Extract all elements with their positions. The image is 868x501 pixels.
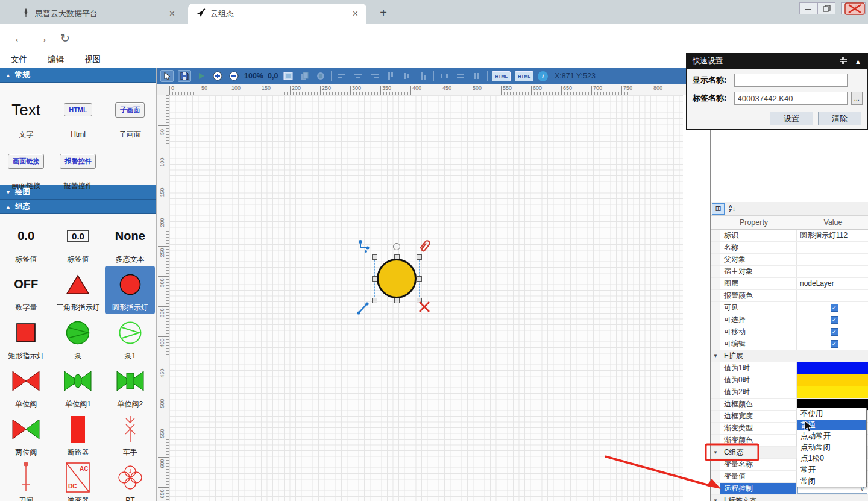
property-value[interactable] (797, 266, 868, 277)
property-row-6[interactable]: 可见✓ (711, 302, 868, 314)
dropdown-option-4[interactable]: 点1松0 (797, 453, 866, 464)
distribute-h-icon[interactable] (438, 70, 450, 82)
selected-circle-lamp-component[interactable] (377, 259, 417, 298)
dropdown-option-3[interactable]: 点动常闭 (797, 442, 866, 453)
checkbox-checked-icon[interactable]: ✓ (831, 328, 838, 336)
property-value[interactable] (797, 290, 868, 301)
general-item-1[interactable]: HTMLHtml (53, 90, 102, 141)
categorize-icon[interactable]: ⊞ (712, 203, 725, 215)
link-line-icon[interactable] (357, 301, 370, 315)
property-row-13[interactable]: 值为2时 (711, 386, 868, 399)
align-left-icon[interactable] (336, 70, 348, 82)
same-size-icon[interactable] (454, 70, 467, 82)
menu-item-2[interactable]: 视图 (84, 54, 101, 65)
section-header-general[interactable]: ▲ 常规 (0, 68, 156, 83)
window-close-button[interactable] (841, 2, 866, 14)
sort-az-icon[interactable]: AZ↓ (726, 203, 738, 215)
scada-item-10[interactable]: 单位阀1 (53, 362, 102, 411)
property-row-11[interactable]: 值为1时 (711, 362, 868, 374)
scada-item-6[interactable]: 矩形指示灯 (1, 314, 51, 362)
scada-item-8[interactable]: 泵1 (105, 314, 155, 362)
group-collapse-icon[interactable]: ▼ (711, 350, 720, 362)
info-icon[interactable]: i (538, 71, 548, 81)
group-collapse-icon[interactable]: ▼ (711, 495, 720, 501)
property-row-5[interactable]: 报警颜色 (711, 290, 868, 302)
general-item-4[interactable]: 报警控件报警控件 (53, 141, 102, 192)
distribute-v-icon[interactable] (471, 70, 483, 82)
property-row-0[interactable]: 标识圆形指示灯112 (711, 230, 868, 242)
scada-item-0[interactable]: 0.0标签值 (1, 218, 51, 266)
property-value[interactable] (797, 254, 868, 265)
tab-scada-editor[interactable]: 云组态 × (188, 4, 366, 24)
property-value[interactable]: ✓ (797, 302, 868, 314)
new-tab-button[interactable]: + (375, 5, 392, 22)
scada-item-13[interactable]: 断路器 (53, 411, 102, 459)
resize-handle-bc[interactable] (394, 298, 400, 303)
scada-item-3[interactable]: OFF数字量 (1, 266, 51, 314)
window-restore-button[interactable] (817, 2, 835, 14)
scada-item-11[interactable]: 单位阀2 (105, 362, 155, 411)
align-center-icon[interactable] (352, 70, 364, 82)
general-item-3[interactable]: 画面链接画面链接 (1, 141, 51, 192)
attach-paperclip-icon[interactable] (417, 238, 433, 254)
color-swatch[interactable] (797, 386, 868, 398)
property-row-8[interactable]: 可移动✓ (711, 326, 868, 338)
resize-handle-tr[interactable] (417, 254, 422, 260)
scada-item-14[interactable]: 车手 (105, 411, 155, 459)
clear-button[interactable]: 清除 (818, 112, 861, 125)
save-icon[interactable] (178, 70, 191, 82)
property-value[interactable]: 圆形指示灯112 (797, 230, 868, 241)
checkbox-checked-icon[interactable]: ✓ (831, 304, 838, 312)
property-row-9[interactable]: 可编辑✓ (711, 338, 868, 350)
property-value[interactable]: ✓ (797, 338, 868, 350)
align-top-icon[interactable] (385, 70, 397, 82)
property-value[interactable] (797, 374, 868, 386)
forward-icon[interactable]: → (36, 31, 48, 45)
connect-node-icon[interactable] (358, 239, 373, 253)
dropdown-option-0[interactable]: 不使用 (797, 408, 866, 420)
resize-handle-mr[interactable] (417, 276, 422, 282)
scada-item-12[interactable]: 两位阀 (1, 411, 51, 459)
tab1-close-icon[interactable]: × (167, 9, 177, 19)
group-collapse-icon[interactable]: ▼ (711, 447, 720, 458)
align-right-icon[interactable] (368, 70, 380, 82)
tab2-close-icon[interactable]: × (350, 9, 360, 19)
scada-item-1[interactable]: 0.0标签值 (53, 218, 102, 266)
resize-handle-tl[interactable] (372, 254, 377, 260)
property-row-22[interactable]: ▼L标签文本 (711, 495, 868, 501)
property-row-7[interactable]: 可选择✓ (711, 314, 868, 326)
paste-icon[interactable] (315, 70, 327, 82)
color-swatch[interactable] (797, 362, 868, 374)
menu-item-1[interactable]: 编辑 (48, 54, 64, 65)
copy-icon[interactable] (298, 70, 310, 82)
scada-item-2[interactable]: None多态文本 (105, 218, 155, 266)
resize-handle-bl[interactable] (372, 298, 377, 303)
section-header-scada[interactable]: ▲ 组态 (0, 200, 156, 214)
run-preview-icon[interactable] (195, 70, 207, 82)
property-row-3[interactable]: 宿主对象 (711, 266, 868, 278)
dropdown-option-6[interactable]: 常闭 (797, 476, 866, 487)
scada-item-17[interactable]: PT (105, 459, 155, 501)
quick-settings-header[interactable]: 快速设置 ▲ (687, 54, 867, 69)
general-item-0[interactable]: Text文字 (1, 90, 51, 141)
scada-item-5[interactable]: 圆形指示灯 (105, 266, 155, 314)
menu-item-0[interactable]: 文件 (11, 54, 27, 65)
rotate-handle[interactable] (393, 243, 400, 250)
property-value[interactable]: ✓ (797, 326, 868, 338)
property-row-12[interactable]: 值为0时 (711, 374, 868, 386)
delete-x-icon[interactable] (418, 300, 431, 314)
property-value[interactable] (797, 386, 868, 398)
align-bottom-icon[interactable] (417, 70, 429, 82)
tab-platform[interactable]: 思普云大数据平台 × (14, 4, 183, 24)
scada-item-16[interactable]: ACDC逆变器 (53, 459, 102, 501)
property-value[interactable] (797, 242, 868, 253)
color-swatch[interactable] (797, 374, 868, 386)
select-tool-icon[interactable] (160, 70, 174, 82)
tag-name-input[interactable] (734, 92, 848, 105)
reload-icon[interactable]: ↻ (60, 31, 70, 45)
canvas-settings-icon[interactable] (282, 70, 294, 82)
scada-item-9[interactable]: 单位阀 (1, 362, 51, 411)
dropdown-option-5[interactable]: 常开 (797, 464, 866, 476)
dock-icon[interactable] (839, 57, 848, 66)
checkbox-checked-icon[interactable]: ✓ (831, 316, 838, 324)
